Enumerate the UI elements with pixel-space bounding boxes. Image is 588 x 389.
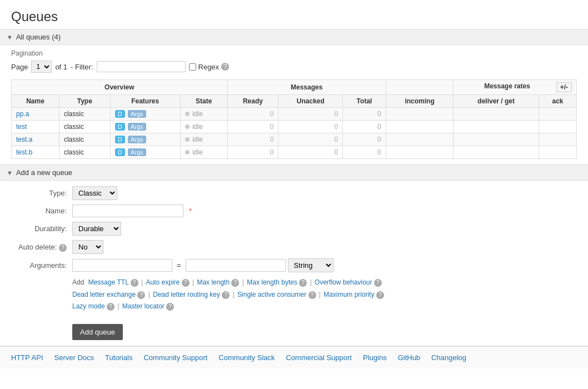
filter-label: - Filter: <box>71 63 93 71</box>
filter-input[interactable] <box>97 61 186 72</box>
arg-link-single-active-consumer[interactable]: Single active consumer <box>237 291 306 298</box>
queue-table-wrap: Overview Messages Message rates +/- Name… <box>0 77 588 164</box>
message-ttl-help-icon[interactable]: ? <box>131 279 138 287</box>
pagination-label: Pagination <box>11 49 577 57</box>
footer-link-commercial-support[interactable]: Commercial Support <box>286 353 352 362</box>
regex-label: Regex ? <box>189 63 230 71</box>
queue-link[interactable]: test.b <box>16 148 32 156</box>
footer-link-community-slack[interactable]: Community Slack <box>218 353 275 362</box>
overview-group-header: Overview <box>12 80 228 95</box>
queue-link[interactable]: pp.a <box>16 110 29 118</box>
badge-args[interactable]: Args <box>128 123 146 131</box>
auto-delete-control: No Yes <box>72 240 103 254</box>
row-features: D Args <box>110 133 180 146</box>
arg-link-lazy-mode[interactable]: Lazy mode <box>72 302 105 310</box>
arg-link-master-locator[interactable]: Master locator <box>122 302 165 310</box>
row-ack <box>539 146 576 159</box>
row-deliver-get <box>454 108 539 121</box>
row-type: classic <box>59 108 110 121</box>
row-unacked: 0 <box>278 146 343 159</box>
col-type: Type <box>59 95 110 108</box>
overflow-behaviour-help-icon[interactable]: ? <box>374 279 382 287</box>
row-ready: 0 <box>227 146 278 159</box>
all-queues-section-header[interactable]: ▼ All queues (4) <box>0 29 588 45</box>
badge-args[interactable]: Args <box>128 148 146 156</box>
row-type: classic <box>59 133 110 146</box>
durability-select[interactable]: Durable Transient <box>72 222 121 236</box>
lazy-mode-help-icon[interactable]: ? <box>107 303 114 311</box>
footer-link-community-support[interactable]: Community Support <box>143 353 207 362</box>
arg-link-max-length-bytes[interactable]: Max length bytes <box>247 278 297 286</box>
page-select[interactable]: 1 <box>31 61 52 73</box>
col-state: State <box>180 95 227 108</box>
footer-link-tutorials[interactable]: Tutorials <box>105 353 132 362</box>
single-active-consumer-help-icon[interactable]: ? <box>308 291 316 299</box>
badge-args[interactable]: Args <box>128 110 146 118</box>
arg-link-dead-letter-exchange[interactable]: Dead letter exchange <box>72 291 136 298</box>
arg-link-max-length[interactable]: Max length <box>197 278 230 286</box>
collapse-arrow-icon: ▼ <box>7 34 13 41</box>
all-queues-label: All queues (4) <box>16 33 61 41</box>
badge-d: D <box>115 148 125 156</box>
maximum-priority-help-icon[interactable]: ? <box>376 291 384 299</box>
plus-minus-button[interactable]: +/- <box>556 82 572 92</box>
footer-link-plugins[interactable]: Plugins <box>363 353 387 362</box>
max-length-help-icon[interactable]: ? <box>231 279 239 287</box>
master-locator-help-icon[interactable]: ? <box>166 303 174 311</box>
arg-link-overflow-behaviour[interactable]: Overflow behaviour <box>315 278 372 286</box>
type-select[interactable]: Classic Quorum Stream <box>72 186 117 200</box>
type-label: Type: <box>11 189 72 197</box>
max-length-bytes-help-icon[interactable]: ? <box>299 279 307 287</box>
queue-link[interactable]: test.a <box>16 136 32 143</box>
message-rates-group-header: Message rates +/- <box>454 80 577 95</box>
auto-expire-help-icon[interactable]: ? <box>182 279 190 287</box>
name-input[interactable] <box>72 205 183 217</box>
queue-link[interactable]: test <box>16 123 27 131</box>
dead-letter-routing-key-help-icon[interactable]: ? <box>222 291 230 299</box>
regex-help-icon[interactable]: ? <box>221 63 229 71</box>
row-ready: 0 <box>227 133 278 146</box>
arg-input-row: = String Number Boolean <box>72 258 333 272</box>
footer-link-http-api[interactable]: HTTP API <box>11 353 43 362</box>
row-state-text: idle <box>192 148 203 156</box>
group-header-row: Overview Messages Message rates +/- <box>12 80 577 95</box>
dead-letter-exchange-help-icon[interactable]: ? <box>137 291 145 299</box>
col-ready: Ready <box>227 95 278 108</box>
footer-link-changelog[interactable]: Changelog <box>431 353 466 362</box>
footer-link-github[interactable]: GitHub <box>398 353 420 362</box>
row-deliver-get <box>454 133 539 146</box>
arg-type-select[interactable]: String Number Boolean <box>288 258 333 272</box>
row-state: idle <box>180 108 227 121</box>
state-dot-icon <box>185 124 190 129</box>
col-header-row: Name Type Features State Ready Unacked T… <box>12 95 577 108</box>
footer-link-server-docs[interactable]: Server Docs <box>54 353 94 362</box>
add-label: Add <box>72 278 84 286</box>
arg-key-input[interactable] <box>72 259 172 272</box>
auto-delete-help-icon[interactable]: ? <box>59 244 67 252</box>
row-deliver-get <box>454 121 539 133</box>
name-label: Name: <box>11 207 72 215</box>
regex-checkbox[interactable] <box>189 63 196 71</box>
arguments-control: = String Number Boolean <box>72 258 333 272</box>
add-queue-section-header[interactable]: ▼ Add a new queue <box>0 164 588 181</box>
add-queue-btn-wrap: Add queue <box>11 320 577 340</box>
col-incoming: incoming <box>386 95 454 108</box>
table-row: pp.a classic D Args idle 0 0 0 <box>12 108 577 121</box>
footer: HTTP API Server Docs Tutorials Community… <box>0 346 588 368</box>
add-queue-button[interactable]: Add queue <box>72 324 123 340</box>
row-incoming <box>386 108 454 121</box>
of-label: of 1 <box>55 63 67 71</box>
auto-delete-select[interactable]: No Yes <box>72 240 103 254</box>
auto-delete-text: Auto delete: <box>18 243 57 251</box>
arg-link-message-ttl[interactable]: Message TTL <box>88 278 129 286</box>
row-name: test <box>12 121 59 133</box>
row-unacked: 0 <box>278 121 343 133</box>
badge-args[interactable]: Args <box>128 136 146 143</box>
state-dot-icon <box>185 150 190 154</box>
arg-link-dead-letter-routing-key[interactable]: Dead letter routing key <box>153 291 220 298</box>
arg-link-auto-expire[interactable]: Auto expire <box>146 278 180 286</box>
arg-value-input[interactable] <box>186 259 286 272</box>
name-control: * <box>72 205 192 217</box>
arg-link-maximum-priority[interactable]: Maximum priority <box>323 291 374 298</box>
row-unacked: 0 <box>278 108 343 121</box>
